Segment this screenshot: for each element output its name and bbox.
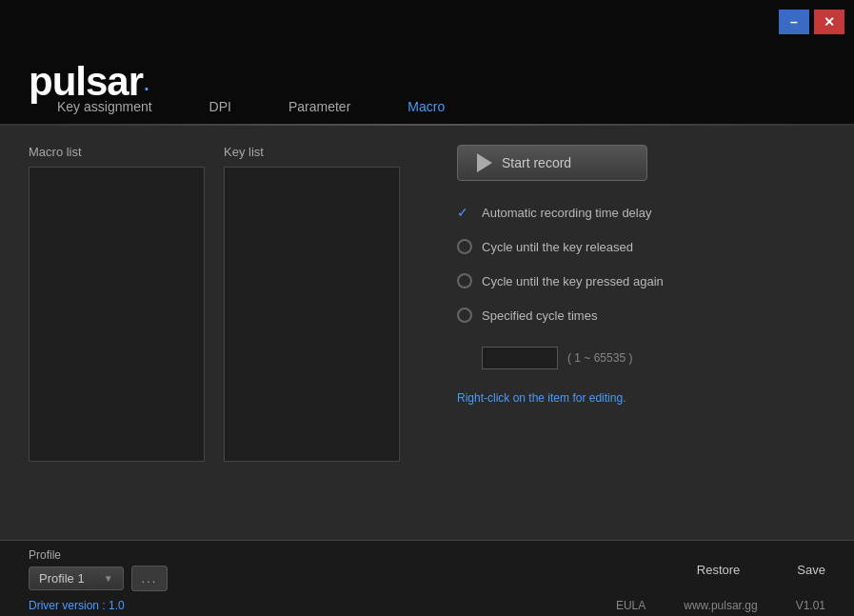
cycle-times-label: Specified cycle times (482, 308, 597, 323)
auto-delay-label: Automatic recording time delay (482, 206, 651, 220)
radio-cycle-times[interactable] (457, 308, 472, 323)
key-list-box[interactable] (224, 167, 400, 462)
window-controls: – ✕ (779, 10, 844, 34)
start-record-button[interactable]: Start record (457, 145, 647, 181)
macro-list-section: Macro list (29, 145, 205, 521)
option-cycle-times[interactable]: Specified cycle times (457, 308, 825, 323)
left-panel: Macro list Key list (29, 145, 400, 521)
option-cycle-released[interactable]: Cycle until the key released (457, 239, 825, 254)
header: pulsar. – ✕ Key assignment DPI Parameter… (0, 0, 854, 124)
website-link[interactable]: www.pulsar.gg (684, 599, 757, 612)
check-auto-delay: ✓ (457, 205, 472, 220)
eula-link[interactable]: EULA (616, 599, 645, 612)
rightclick-hint: Right-click on the item for editing. (457, 391, 825, 405)
profile-section: Profile Profile 1 ▼ ... (29, 548, 168, 591)
play-icon (477, 153, 492, 172)
profile-name: Profile 1 (39, 571, 85, 586)
app-version: V1.01 (796, 599, 825, 612)
driver-version: Driver version : 1.0 (29, 599, 125, 612)
profile-label: Profile (29, 548, 168, 562)
chevron-down-icon: ▼ (104, 573, 113, 584)
nav-dpi[interactable]: DPI (181, 89, 260, 124)
main-content: Macro list Key list Start record ✓ Autom… (0, 126, 854, 540)
macro-list-box[interactable] (29, 167, 205, 462)
nav-macro[interactable]: Macro (379, 89, 473, 124)
footer-bottom-right: EULA www.pulsar.gg V1.01 (616, 599, 825, 612)
footer-right-links: Restore Save (697, 563, 825, 577)
right-panel: Start record ✓ Automatic recording time … (428, 145, 825, 521)
nav-parameter[interactable]: Parameter (260, 89, 379, 124)
cycle-times-input[interactable] (482, 347, 558, 369)
cycle-input-row: ( 1 ~ 65535 ) (482, 347, 825, 369)
cycle-range-label: ( 1 ~ 65535 ) (567, 351, 632, 365)
option-cycle-pressed[interactable]: Cycle until the key pressed again (457, 273, 825, 288)
key-list-label: Key list (224, 145, 400, 159)
minimize-button[interactable]: – (779, 10, 809, 34)
radio-cycle-released[interactable] (457, 239, 472, 254)
macro-list-label: Macro list (29, 145, 205, 159)
restore-button[interactable]: Restore (697, 563, 741, 577)
close-button[interactable]: ✕ (814, 10, 844, 34)
footer-top: Profile Profile 1 ▼ ... Restore Save (29, 548, 825, 591)
footer-bottom: Driver version : 1.0 EULA www.pulsar.gg … (29, 599, 825, 612)
cycle-released-label: Cycle until the key released (482, 240, 633, 254)
nav-key-assignment[interactable]: Key assignment (29, 89, 181, 124)
option-auto-delay: ✓ Automatic recording time delay (457, 205, 825, 220)
navigation: Key assignment DPI Parameter Macro (0, 89, 854, 124)
profile-selector[interactable]: Profile 1 ▼ (29, 566, 124, 590)
key-list-section: Key list (224, 145, 400, 521)
cycle-pressed-label: Cycle until the key pressed again (482, 274, 664, 288)
radio-cycle-pressed[interactable] (457, 273, 472, 288)
footer: Profile Profile 1 ▼ ... Restore Save Dri… (0, 540, 854, 616)
save-button[interactable]: Save (797, 563, 825, 577)
start-record-label: Start record (502, 155, 571, 170)
profile-more-button[interactable]: ... (131, 566, 169, 591)
